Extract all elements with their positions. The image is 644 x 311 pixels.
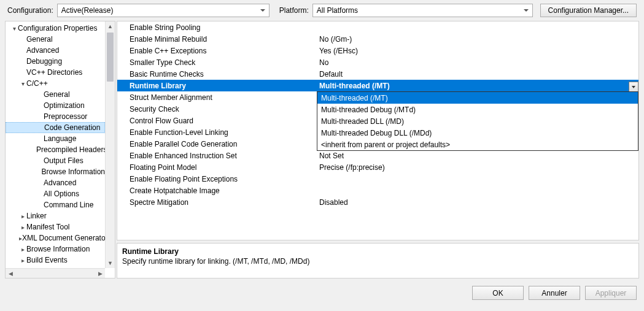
- tree-item-label: Command Line: [44, 201, 93, 209]
- tree-item-label: Manifest Tool: [26, 223, 69, 231]
- tree-item-browse-information[interactable]: Browse Information: [6, 166, 105, 177]
- configuration-combo[interactable]: Active(Release): [57, 4, 270, 17]
- configuration-value: Active(Release): [61, 6, 114, 15]
- tree-item-label: Debugging: [26, 57, 62, 66]
- tree-item-all-options[interactable]: All Options: [6, 188, 105, 199]
- property-value: No (/Gm-): [317, 35, 638, 44]
- tree-item-linker[interactable]: ▸Linker: [6, 210, 105, 221]
- tree-item-advanced[interactable]: Advanced: [6, 177, 105, 188]
- scroll-down-icon[interactable]: ▼: [106, 258, 115, 268]
- property-name: Struct Member Alignment: [117, 93, 317, 102]
- apply-button[interactable]: Appliquer: [585, 286, 637, 300]
- tree-item-language[interactable]: Language: [6, 133, 105, 144]
- property-value: Yes (/EHsc): [317, 47, 638, 55]
- property-row-basic-runtime-checks[interactable]: Basic Runtime ChecksDefault: [117, 68, 638, 80]
- tree-item-label: Optimization: [44, 101, 85, 110]
- tree-item-code-generation[interactable]: Code Generation: [6, 122, 105, 133]
- property-name: Enable Parallel Code Generation: [117, 140, 317, 148]
- tree-item-command-line[interactable]: Command Line: [6, 199, 105, 210]
- expander-open-icon[interactable]: ▾: [10, 25, 18, 32]
- property-row-enable-c-exceptions[interactable]: Enable C++ ExceptionsYes (/EHsc): [117, 45, 638, 56]
- property-name: Floating Point Model: [117, 163, 317, 172]
- top-bar: Configuration: Active(Release) Platform:…: [0, 0, 644, 21]
- tree-item-label: VC++ Directories: [26, 68, 82, 77]
- config-tree[interactable]: ▾Configuration PropertiesGeneralAdvanced…: [6, 21, 105, 267]
- tree-vertical-scrollbar[interactable]: ▲ ▼: [105, 21, 115, 268]
- dropdown-option[interactable]: Multi-threaded (/MT): [317, 92, 638, 104]
- description-text: Specify runtime library for linking. (/M…: [122, 257, 634, 266]
- property-row-smaller-type-check[interactable]: Smaller Type CheckNo: [117, 56, 638, 68]
- cancel-button[interactable]: Annuler: [529, 286, 580, 300]
- property-name: Enable Floating Point Exceptions: [117, 175, 317, 183]
- tree-panel: ▾Configuration PropertiesGeneralAdvanced…: [5, 21, 115, 278]
- tree-item-label: C/C++: [26, 79, 48, 88]
- property-value[interactable]: Multi-threaded (/MT): [317, 82, 638, 90]
- tree-item-label: All Options: [44, 190, 79, 198]
- tree-item-label: General: [26, 35, 53, 44]
- expander-closed-icon[interactable]: ▸: [19, 257, 26, 264]
- tree-item-debugging[interactable]: Debugging: [6, 56, 105, 67]
- expander-open-icon[interactable]: ▾: [19, 80, 26, 87]
- dropdown-option[interactable]: Multi-threaded Debug DLL (/MDd): [317, 127, 638, 139]
- platform-label: Platform:: [279, 6, 309, 15]
- property-row-spectre-mitigation[interactable]: Spectre MitigationDisabled: [117, 196, 638, 208]
- tree-item-preprocessor[interactable]: Preprocessor: [6, 111, 105, 122]
- dropdown-option[interactable]: <inherit from parent or project defaults…: [317, 139, 638, 150]
- platform-combo[interactable]: All Platforms: [312, 4, 533, 17]
- tree-item-configuration-properties[interactable]: ▾Configuration Properties: [6, 23, 105, 34]
- tree-item-label: Advanced: [44, 179, 76, 187]
- tree-horizontal-scrollbar[interactable]: ◀ ▶: [6, 268, 105, 278]
- property-row-create-hotpatchable-image[interactable]: Create Hotpatchable Image: [117, 185, 638, 196]
- property-value: Precise (/fp:precise): [317, 163, 638, 172]
- runtime-library-dropdown[interactable]: Multi-threaded (/MT)Multi-threaded Debug…: [317, 91, 638, 151]
- tree-item-label: Precompiled Headers: [36, 145, 105, 154]
- tree-item-precompiled-headers[interactable]: Precompiled Headers: [6, 144, 105, 155]
- property-name: Create Hotpatchable Image: [117, 186, 317, 195]
- tree-item-manifest-tool[interactable]: ▸Manifest Tool: [6, 221, 105, 232]
- tree-item-label: Code Generation: [44, 123, 100, 132]
- tree-item-general[interactable]: General: [6, 34, 105, 45]
- tree-item-label: Build Events: [26, 256, 68, 264]
- tree-item-vc-directories[interactable]: VC++ Directories: [6, 67, 105, 78]
- tree-item-label: Browse Information: [26, 245, 90, 253]
- property-row-floating-point-model[interactable]: Floating Point ModelPrecise (/fp:precise…: [117, 161, 638, 173]
- expander-closed-icon[interactable]: ▸: [19, 213, 26, 220]
- scroll-left-icon[interactable]: ◀: [6, 269, 15, 278]
- property-name: Enable String Pooling: [117, 23, 317, 32]
- expander-closed-icon[interactable]: ▸: [19, 246, 26, 253]
- platform-value: All Platforms: [317, 6, 358, 15]
- tree-item-optimization[interactable]: Optimization: [6, 100, 105, 111]
- configuration-manager-button[interactable]: Configuration Manager...: [540, 4, 637, 17]
- property-value: Default: [317, 70, 638, 79]
- property-row-enable-floating-point-exceptions[interactable]: Enable Floating Point Exceptions: [117, 173, 638, 185]
- scroll-thumb[interactable]: [107, 33, 114, 82]
- description-title: Runtime Library: [122, 247, 634, 256]
- expander-closed-icon[interactable]: ▸: [19, 224, 26, 231]
- dialog-buttons: OK Annuler Appliquer: [0, 278, 644, 300]
- tree-item-label: Linker: [26, 212, 47, 220]
- property-name: Enable Function-Level Linking: [117, 128, 317, 137]
- property-name: Enable Enhanced Instruction Set: [117, 152, 317, 160]
- property-row-runtime-library[interactable]: Runtime LibraryMulti-threaded (/MT): [117, 80, 638, 91]
- tree-item-advanced[interactable]: Advanced: [6, 45, 105, 56]
- tree-item-c-c-[interactable]: ▾C/C++: [6, 78, 105, 89]
- property-grid: Enable String PoolingEnable Minimal Rebu…: [117, 21, 639, 240]
- tree-item-output-files[interactable]: Output Files: [6, 155, 105, 166]
- property-row-enable-string-pooling[interactable]: Enable String Pooling: [117, 21, 638, 33]
- tree-item-browse-information[interactable]: ▸Browse Information: [6, 244, 105, 255]
- tree-item-label: XML Document Generator: [22, 234, 105, 242]
- property-name: Basic Runtime Checks: [117, 70, 317, 79]
- property-name: Security Check: [117, 105, 317, 113]
- scroll-up-icon[interactable]: ▲: [106, 21, 115, 31]
- tree-item-label: Preprocessor: [44, 112, 87, 121]
- ok-button[interactable]: OK: [472, 286, 524, 300]
- tree-item-general[interactable]: General: [6, 89, 105, 100]
- property-row-enable-enhanced-instruction-set[interactable]: Enable Enhanced Instruction SetNot Set: [117, 150, 638, 161]
- tree-item-xml-document-generator[interactable]: ▸XML Document Generator: [6, 232, 105, 244]
- dropdown-option[interactable]: Multi-threaded DLL (/MD): [317, 115, 638, 127]
- tree-item-build-events[interactable]: ▸Build Events: [6, 255, 105, 266]
- property-row-enable-minimal-rebuild[interactable]: Enable Minimal RebuildNo (/Gm-): [117, 33, 638, 45]
- dropdown-option[interactable]: Multi-threaded Debug (/MTd): [317, 104, 638, 115]
- scroll-right-icon[interactable]: ▶: [95, 269, 105, 278]
- property-value: Not Set: [317, 152, 638, 160]
